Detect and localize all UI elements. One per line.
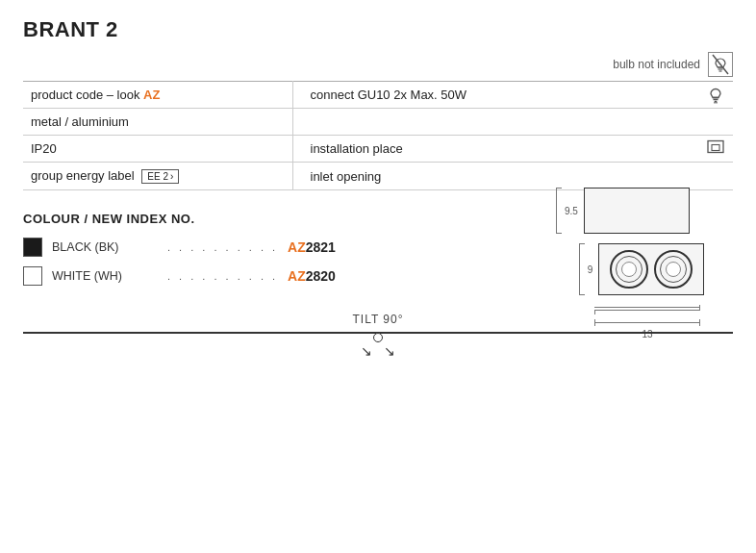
colour-dots-white: . . . . . . . . . . [167,270,278,282]
diagram-bottom-row: 9 [577,243,705,295]
pivot-circle [373,333,383,342]
spec-left-4: group energy label EE 2 › [23,163,292,190]
colour-code-black: AZ2821 [288,239,336,255]
tilt-pivot: ↘ ↘ [361,333,395,358]
spec-row-3: IP20 installation place [23,136,733,163]
spec-row-1: product code – look AZ connect GU10 2x M… [23,82,733,109]
spec-right-1: connect GU10 2x Max. 50W [292,82,733,109]
spec-row-4: group energy label EE 2 › inlet opening [23,163,733,190]
energy-badge: EE 2 › [141,169,179,184]
circle-left-outer [610,250,648,289]
arrow-right-down: ↘ [384,344,395,358]
colour-dots-black: . . . . . . . . . . [167,241,278,253]
circle-right-mid [660,256,687,283]
colour-name-white: WHITE (WH) [52,269,158,283]
diagram-bottom-view [598,243,704,295]
arrow-left-down: ↘ [361,344,372,358]
spec-highlight-1: AZ [143,88,160,102]
circle-right-inner [666,262,681,277]
tilt-section: TILT 90° ↘ ↘ [23,313,733,334]
bulb-note-row: bulb not included [23,52,733,77]
product-title: BRANT 2 [23,17,733,42]
svg-rect-10 [712,144,719,150]
bulb-connector-icon [706,83,725,107]
dim-top-height-label: 9.5 [565,206,578,216]
chevron-right-icon: › [170,171,173,182]
circle-right-outer [654,250,693,289]
spec-right-2 [292,109,733,136]
circle-left-mid [616,256,643,283]
circle-left-inner [621,262,637,277]
spec-row-2: metal / aluminium [23,109,733,136]
spec-right-4: inlet opening [292,163,733,190]
colour-swatch-white [23,266,42,286]
tilt-line: ↘ ↘ [23,332,733,334]
colour-code-white: AZ2820 [288,268,336,284]
spec-left-3: IP20 [23,136,292,163]
installation-icon [706,138,725,160]
specs-table: product code – look AZ connect GU10 2x M… [23,81,733,190]
spec-left-1: product code – look AZ [23,82,292,109]
colour-name-black: BLACK (BK) [52,240,158,254]
bulb-note-text: bulb not included [613,58,700,71]
spec-left-2: metal / aluminium [23,109,292,136]
dim-bottom-height-label: 9 [588,264,593,275]
diagram-top-view [584,188,690,234]
spec-right-3: installation place [292,136,733,163]
bulb-not-included-icon [708,52,733,77]
tilt-label: TILT 90° [23,313,733,326]
page: BRANT 2 bulb not included product code –… [0,0,756,553]
colour-swatch-black [23,238,42,257]
diagram-top-row: 9.5 [554,188,727,234]
